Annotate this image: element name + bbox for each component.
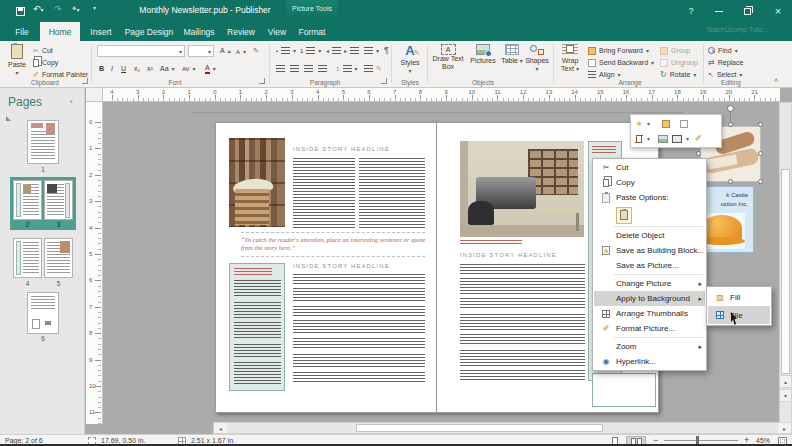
- paste-option-button[interactable]: [594, 205, 705, 225]
- left-sidebar-box[interactable]: [229, 263, 285, 391]
- page-thumbnail-6[interactable]: [27, 292, 59, 334]
- rotate-handle[interactable]: [727, 105, 734, 112]
- table-button[interactable]: Table ▾: [500, 44, 524, 65]
- selection-handle[interactable]: [758, 179, 763, 184]
- undo-button[interactable]: ↶▾: [33, 4, 44, 14]
- italic-button[interactable]: I: [111, 63, 113, 74]
- two-page-spread-view-button[interactable]: [626, 436, 646, 446]
- menu-item-arrange-thumbnails[interactable]: Arrange Thumbnails: [594, 306, 705, 321]
- touch-mode-button[interactable]: ⌖▾: [72, 4, 80, 14]
- left-page[interactable]: INSIDE STORY HEADLINE “To catch the read…: [215, 122, 437, 413]
- corrections-icon[interactable]: ☀: [635, 119, 643, 129]
- zoom-out-button[interactable]: −: [653, 435, 658, 445]
- close-button[interactable]: ×: [764, 0, 792, 22]
- grow-font-button[interactable]: A▴: [220, 45, 231, 56]
- tab-insert[interactable]: Insert: [84, 22, 118, 41]
- font-color-button[interactable]: A▾: [205, 63, 216, 74]
- paste-button[interactable]: Paste▾: [4, 44, 30, 77]
- change-case-button[interactable]: Aa▾: [160, 63, 175, 74]
- menu-item-delete-object[interactable]: Delete Object: [594, 228, 705, 243]
- fit-page-icon[interactable]: [778, 437, 787, 445]
- selection-handle[interactable]: [728, 179, 733, 184]
- change-picture-icon[interactable]: [658, 135, 668, 143]
- justify-button[interactable]: [318, 63, 327, 74]
- selection-handle[interactable]: [728, 122, 733, 127]
- save-icon[interactable]: [14, 5, 27, 17]
- vertical-scrollbar-thumb[interactable]: [781, 169, 790, 374]
- menu-item-copy[interactable]: Copy: [594, 175, 705, 190]
- clipboard-dialog-launcher[interactable]: [82, 78, 88, 84]
- pull-quote[interactable]: “To catch the reader's attention, place …: [241, 236, 427, 252]
- qat-customize-button[interactable]: ▾: [93, 4, 96, 11]
- object-position[interactable]: 17.69, 0.50 in.: [101, 437, 145, 444]
- wrap-text-button[interactable]: Wrap Text ▾: [557, 44, 583, 73]
- chevron-down-icon[interactable]: ▾: [647, 120, 650, 127]
- collapse-ribbon-button[interactable]: ˄: [774, 77, 778, 84]
- decrease-indent-button[interactable]: ◂: [326, 45, 341, 56]
- bullets-button[interactable]: •▾: [276, 45, 296, 56]
- selection-handle[interactable]: [758, 122, 763, 127]
- send-backward-icon[interactable]: [680, 120, 688, 128]
- bottom-text-box[interactable]: [592, 373, 656, 407]
- object-size[interactable]: 2.51 x 1.67 in.: [191, 437, 235, 444]
- menu-item-save-as-picture[interactable]: Save as Picture...: [594, 258, 705, 273]
- find-button[interactable]: Find▾: [708, 45, 738, 56]
- numbering-button[interactable]: 1▾: [300, 45, 321, 56]
- minimize-button[interactable]: [706, 0, 732, 22]
- bring-forward-icon[interactable]: [662, 120, 670, 128]
- show-paragraph-marks-button[interactable]: ¶: [384, 44, 389, 55]
- redo-button[interactable]: ↷: [54, 4, 62, 14]
- cut-button[interactable]: ✂Cut: [33, 45, 53, 56]
- horizontal-ruler[interactable]: 43210123456789101112131415161718192021: [103, 88, 780, 102]
- increase-indent-button[interactable]: ▸: [344, 45, 359, 56]
- styles-button[interactable]: A✎ Styles▾: [395, 44, 425, 75]
- group-button[interactable]: Group: [660, 45, 690, 56]
- format-painter-icon[interactable]: ✐: [695, 134, 702, 143]
- zoom-percent[interactable]: 45%: [756, 437, 770, 444]
- submenu-item-fill[interactable]: ▨Fill: [708, 288, 770, 306]
- books-photo[interactable]: [229, 138, 285, 227]
- picture-frame-icon[interactable]: [672, 135, 682, 143]
- shapes-button[interactable]: Shapes ▾: [524, 44, 550, 73]
- help-button[interactable]: ?: [678, 0, 704, 22]
- page-thumbnail-1[interactable]: [27, 120, 59, 164]
- superscript-button[interactable]: x²: [147, 63, 153, 74]
- submenu-item-tile[interactable]: Tile: [708, 306, 770, 324]
- copy-button[interactable]: Copy: [33, 57, 58, 68]
- bring-forward-button[interactable]: Bring Forward▾: [588, 45, 649, 56]
- clear-formatting-button[interactable]: ✎: [253, 45, 259, 56]
- horizontal-scrollbar[interactable]: ◂ ▸: [213, 422, 792, 434]
- menu-item-zoom[interactable]: Zoom▸: [594, 339, 705, 354]
- horizontal-scrollbar-thumb[interactable]: [356, 424, 603, 432]
- restore-button[interactable]: [734, 0, 760, 22]
- menu-item-change-picture[interactable]: Change Picture▸: [594, 276, 705, 291]
- scroll-right-icon[interactable]: ▸: [778, 423, 791, 433]
- selection-handle[interactable]: [758, 151, 763, 156]
- align-left-button[interactable]: [276, 63, 285, 74]
- align-center-button[interactable]: [290, 63, 299, 74]
- vertical-ruler[interactable]: 01234567891011: [86, 102, 103, 424]
- line-spacing-button[interactable]: ↕▾: [336, 63, 358, 74]
- zoom-slider-thumb[interactable]: [696, 436, 699, 445]
- single-page-view-button[interactable]: [606, 436, 624, 446]
- collapse-panel-icon[interactable]: ‹: [70, 97, 73, 106]
- zoom-slider-track[interactable]: [664, 440, 738, 441]
- tab-file[interactable]: File: [8, 22, 36, 41]
- zoom-in-button[interactable]: +: [744, 435, 749, 445]
- tab-mailings[interactable]: Mailings: [178, 22, 220, 41]
- replace-button[interactable]: ⇄Replace: [708, 57, 743, 68]
- crop-icon[interactable]: [635, 135, 643, 143]
- menu-item-save-as-building-block[interactable]: Save as Building Block...: [594, 243, 705, 258]
- scroll-left-icon[interactable]: ◂: [214, 423, 227, 433]
- font-family-combo[interactable]: ▾: [97, 45, 185, 57]
- character-spacing-button[interactable]: AV▾: [182, 63, 196, 74]
- scroll-up-icon[interactable]: ▴: [779, 375, 792, 388]
- page-thumbnail-4-5[interactable]: [13, 238, 73, 279]
- underline-button[interactable]: U: [121, 63, 126, 74]
- columns-button[interactable]: ▾: [364, 45, 379, 56]
- printer-photo[interactable]: [460, 141, 584, 237]
- draw-text-box-button[interactable]: A Draw Text Box: [432, 44, 464, 71]
- tab-page-design[interactable]: Page Design: [122, 22, 176, 41]
- tab-review[interactable]: Review: [222, 22, 260, 41]
- ungroup-button[interactable]: Ungroup: [660, 57, 698, 68]
